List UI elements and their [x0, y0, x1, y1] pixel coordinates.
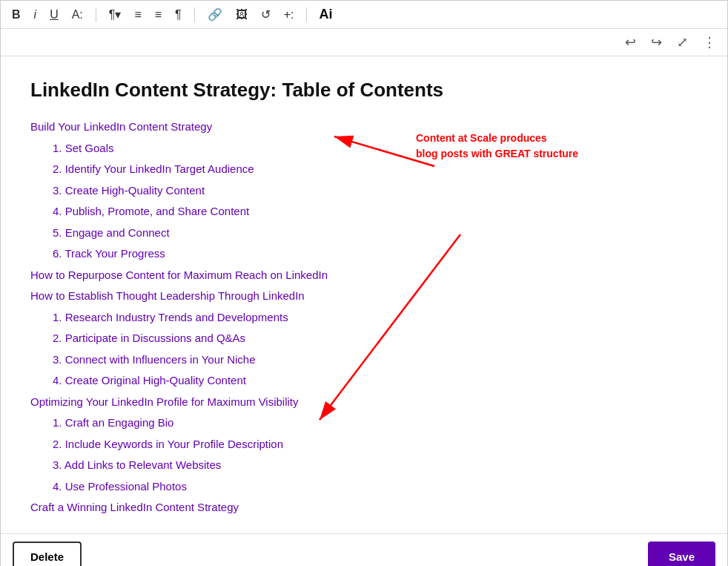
link-icon[interactable]: 🔗 [204, 5, 226, 24]
toc-item-1-6[interactable]: 6. Track Your Progress [53, 243, 698, 265]
toc-item-1-2[interactable]: 2. Identify Your LinkedIn Target Audienc… [53, 159, 698, 180]
toc-item-4-3[interactable]: 3. Add Links to Relevant Websites [53, 455, 698, 476]
save-button[interactable]: Save [648, 542, 715, 567]
toc-section-5[interactable]: Craft a Winning LinkedIn Content Strateg… [30, 497, 698, 519]
toc-item-1-4[interactable]: 4. Publish, Promote, and Share Content [53, 201, 698, 223]
align-left-button[interactable]: ≡ [130, 6, 145, 24]
toc-item-1-1[interactable]: 1. Set Goals [53, 138, 698, 159]
more-options-button[interactable]: ⋮ [699, 32, 720, 53]
separator-3 [306, 7, 307, 22]
undo-button[interactable]: ↩ [621, 32, 640, 53]
toc-item-4-2[interactable]: 2. Include Keywords in Your Profile Desc… [53, 434, 698, 455]
toc-item-3-3[interactable]: 3. Connect with Influencers in Your Nich… [53, 349, 698, 371]
paragraph-button[interactable]: ¶▾ [105, 5, 125, 24]
delete-button[interactable]: Delete [13, 542, 82, 567]
content-area: LinkedIn Content Strategy: Table of Cont… [1, 56, 727, 533]
toc-section-2[interactable]: How to Repurpose Content for Maximum Rea… [30, 265, 698, 286]
table-of-contents: Build Your LinkedIn Content Strategy 1. … [30, 116, 698, 519]
bold-button[interactable]: B [8, 6, 24, 24]
ai-badge: Ai [316, 5, 335, 24]
annotation-label: Content at Scale producesblog posts with… [416, 131, 579, 162]
separator-2 [194, 7, 195, 22]
align-center-button[interactable]: ≡ [151, 6, 165, 24]
toc-item-1-3[interactable]: 3. Create High-Quality Content [53, 180, 698, 202]
toc-item-4-4[interactable]: 4. Use Professional Photos [53, 476, 698, 498]
toc-item-3-2[interactable]: 2. Participate in Discussions and Q&As [53, 328, 698, 349]
list-button[interactable]: ¶ [171, 6, 185, 24]
toc-item-3-4[interactable]: 4. Create Original High-Quality Content [53, 370, 698, 392]
redo-button[interactable]: ↪ [647, 32, 666, 53]
separator-1 [96, 7, 96, 22]
formatting-toolbar: B i U A: ¶▾ ≡ ≡ ¶ 🔗 🖼 ↺ +: Ai [1, 1, 727, 29]
font-color-button[interactable]: A: [68, 6, 87, 24]
toc-item-1-5[interactable]: 5. Engage and Connect [53, 223, 698, 244]
footer: Delete Save [1, 533, 727, 567]
underline-button[interactable]: U [46, 6, 62, 24]
plus-icon[interactable]: +: [280, 6, 298, 24]
toc-item-3-1[interactable]: 1. Research Industry Trends and Developm… [53, 307, 698, 329]
document-title: LinkedIn Content Strategy: Table of Cont… [30, 79, 698, 102]
toc-section-4[interactable]: Optimizing Your LinkedIn Profile for Max… [30, 392, 698, 413]
italic-button[interactable]: i [30, 6, 41, 24]
image-icon[interactable]: 🖼 [232, 6, 251, 24]
toc-item-4-1[interactable]: 1. Craft an Engaging Bio [53, 412, 698, 434]
toc-section-1[interactable]: Build Your LinkedIn Content Strategy [30, 116, 698, 138]
toc-section-3[interactable]: How to Establish Thought Leadership Thro… [30, 286, 698, 307]
fullscreen-button[interactable]: ⤢ [673, 32, 692, 53]
secondary-toolbar: ↩ ↪ ⤢ ⋮ [1, 29, 727, 56]
redo-icon[interactable]: ↺ [257, 5, 274, 24]
